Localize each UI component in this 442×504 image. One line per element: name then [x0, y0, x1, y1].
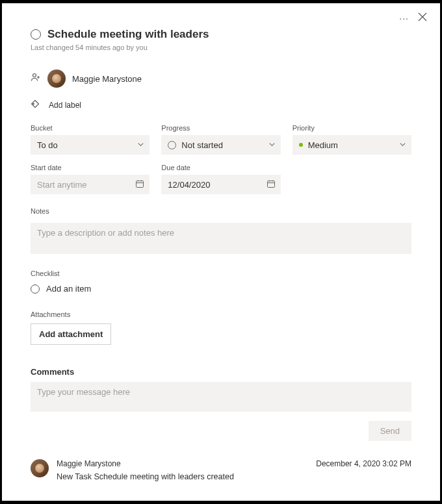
add-label-row[interactable]: Add label — [31, 99, 411, 111]
checklist-add-item[interactable]: Add an item — [31, 284, 411, 294]
progress-circle-icon — [168, 141, 176, 149]
add-attachment-button[interactable]: Add attachment — [31, 323, 111, 345]
start-date-label: Start date — [31, 164, 150, 171]
comments-label: Comments — [31, 367, 74, 377]
bucket-select[interactable]: To do — [31, 135, 150, 155]
complete-task-circle-icon[interactable] — [31, 29, 41, 40]
calendar-icon — [135, 179, 144, 190]
checklist-circle-icon — [31, 284, 40, 294]
due-date-value: 12/04/2020 — [168, 180, 210, 190]
progress-select[interactable]: Not started — [161, 135, 280, 155]
notes-label: Notes — [31, 207, 49, 215]
assign-person-icon — [31, 72, 41, 85]
priority-value: Medium — [308, 140, 338, 150]
priority-label: Priority — [292, 124, 411, 132]
comment-input[interactable] — [31, 382, 411, 412]
activity-item: Maggie Marystone December 4, 2020 3:02 P… — [31, 459, 411, 481]
assignee-name: Maggie Marystone — [72, 74, 142, 84]
checklist-label: Checklist — [31, 270, 60, 277]
assignee-row[interactable]: Maggie Marystone — [31, 69, 411, 88]
priority-select[interactable]: Medium — [292, 135, 411, 155]
task-title[interactable]: Schedule meeting with leaders — [47, 28, 209, 41]
avatar — [31, 459, 49, 477]
calendar-icon — [266, 179, 276, 190]
start-date-placeholder: Start anytime — [37, 180, 87, 190]
add-label-text: Add label — [49, 101, 81, 110]
task-dialog: ··· Schedule meeting with leaders Last c… — [2, 3, 440, 501]
due-date-input[interactable]: 12/04/2020 — [161, 175, 280, 194]
svg-rect-2 — [136, 181, 144, 187]
activity-author: Maggie Marystone — [57, 459, 121, 468]
chevron-down-icon — [137, 140, 144, 150]
progress-value: Not started — [181, 140, 223, 150]
svg-point-1 — [33, 103, 34, 105]
notes-textarea[interactable] — [31, 223, 411, 254]
send-button[interactable]: Send — [369, 421, 411, 441]
bucket-label: Bucket — [31, 124, 150, 132]
activity-text: New Task Schedule meeting with leaders c… — [57, 472, 411, 481]
chevron-down-icon — [399, 140, 406, 150]
start-date-input[interactable]: Start anytime — [31, 175, 150, 194]
activity-timestamp: December 4, 2020 3:02 PM — [316, 459, 411, 468]
bucket-value: To do — [37, 140, 58, 150]
attachments-label: Attachments — [31, 310, 70, 318]
tag-icon — [31, 99, 40, 111]
more-options-icon[interactable]: ··· — [399, 13, 409, 23]
svg-point-0 — [33, 74, 36, 77]
progress-label: Progress — [161, 124, 280, 132]
avatar — [47, 69, 66, 88]
due-date-label: Due date — [161, 164, 280, 171]
chevron-down-icon — [268, 140, 276, 150]
close-icon[interactable] — [418, 12, 427, 24]
last-changed-text: Last changed 54 minutes ago by you — [31, 44, 411, 51]
priority-dot-icon — [299, 143, 303, 147]
svg-rect-3 — [267, 181, 274, 187]
checklist-add-text: Add an item — [46, 284, 91, 294]
